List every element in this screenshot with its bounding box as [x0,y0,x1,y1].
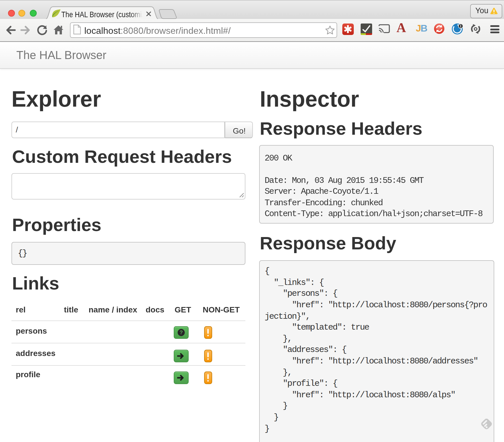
svg-text:?: ? [179,329,183,335]
